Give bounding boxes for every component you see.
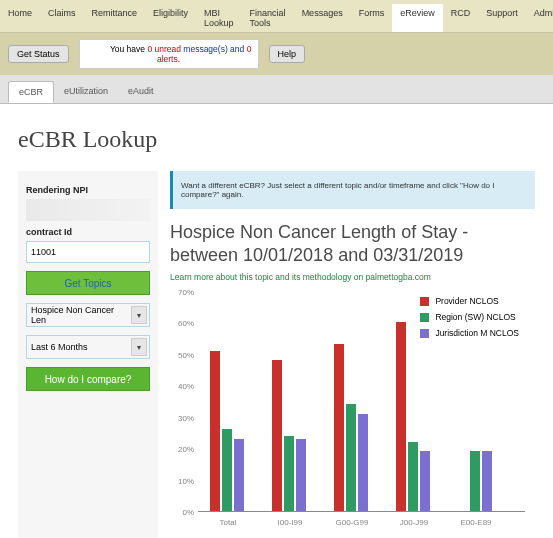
- contract-label: contract Id: [26, 227, 150, 237]
- x-tick: I00-I99: [278, 518, 303, 527]
- x-tick: E00-E89: [460, 518, 491, 527]
- topic-selected-label: Hospice Non Cancer Len: [31, 305, 131, 325]
- y-tick: 70%: [178, 288, 194, 297]
- chart-bar: [284, 436, 294, 511]
- chart-bar: [296, 439, 306, 511]
- subtab-ecbr[interactable]: eCBR: [8, 81, 54, 103]
- y-tick: 20%: [178, 445, 194, 454]
- y-tick: 0%: [182, 508, 194, 517]
- chart-bar: [408, 442, 418, 511]
- x-tick: J00-J99: [400, 518, 428, 527]
- chart-bar: [234, 439, 244, 511]
- chart-bar: [272, 360, 282, 511]
- tab-forms[interactable]: Forms: [351, 4, 393, 32]
- legend-swatch: [420, 297, 429, 306]
- tab-rcd[interactable]: RCD: [443, 4, 479, 32]
- page-title: eCBR Lookup: [18, 126, 535, 153]
- get-topics-button[interactable]: Get Topics: [26, 271, 150, 295]
- y-tick: 40%: [178, 382, 194, 391]
- chart-bar: [210, 351, 220, 511]
- chart-bar: [482, 451, 492, 511]
- y-tick: 60%: [178, 319, 194, 328]
- subtab-eaudit[interactable]: eAudit: [118, 81, 164, 103]
- legend-label: Jurisdiction M NCLOS: [435, 328, 519, 338]
- timeframe-select[interactable]: Last 6 Months ▾: [26, 335, 150, 359]
- get-status-button[interactable]: Get Status: [8, 45, 69, 63]
- chart-bar: [396, 322, 406, 511]
- topic-select[interactable]: Hospice Non Cancer Len ▾: [26, 303, 150, 327]
- y-tick: 10%: [178, 476, 194, 485]
- chart: 0%10%20%30%40%50%60%70% Provider NCLOSRe…: [170, 292, 535, 538]
- chevron-down-icon: ▾: [131, 306, 147, 324]
- tab-ereview[interactable]: eReview: [392, 4, 443, 32]
- chart-bar: [470, 451, 480, 511]
- legend-label: Region (SW) NCLOS: [435, 312, 515, 322]
- legend-label: Provider NCLOS: [435, 296, 498, 306]
- subtab-eutilization[interactable]: eUtilization: [54, 81, 118, 103]
- legend-item: Provider NCLOS: [420, 296, 519, 306]
- tab-admin[interactable]: Admin: [526, 4, 553, 32]
- y-tick: 50%: [178, 350, 194, 359]
- legend-item: Jurisdiction M NCLOS: [420, 328, 519, 338]
- tab-financial-tools[interactable]: Financial Tools: [242, 4, 294, 32]
- x-tick: Total: [220, 518, 237, 527]
- alerts-message: You have 0 unread message(s) and 0 alert…: [79, 39, 259, 69]
- tab-eligibility[interactable]: Eligibility: [145, 4, 196, 32]
- legend-swatch: [420, 329, 429, 338]
- tab-support[interactable]: Support: [478, 4, 526, 32]
- tab-home[interactable]: Home: [0, 4, 40, 32]
- npi-field[interactable]: [26, 199, 150, 221]
- x-tick: G00-G99: [336, 518, 369, 527]
- tab-messages[interactable]: Messages: [294, 4, 351, 32]
- timeframe-selected-label: Last 6 Months: [31, 342, 88, 352]
- tab-claims[interactable]: Claims: [40, 4, 84, 32]
- legend-item: Region (SW) NCLOS: [420, 312, 519, 322]
- chart-bar: [222, 429, 232, 511]
- tab-mbi-lookup[interactable]: MBI Lookup: [196, 4, 242, 32]
- chart-bar: [420, 451, 430, 511]
- tab-remittance[interactable]: Remittance: [84, 4, 146, 32]
- y-tick: 30%: [178, 413, 194, 422]
- info-banner: Want a different eCBR? Just select a dif…: [170, 171, 535, 209]
- legend-swatch: [420, 313, 429, 322]
- chart-bar: [346, 404, 356, 511]
- chart-bar: [334, 344, 344, 511]
- how-do-i-compare-button[interactable]: How do I compare?: [26, 367, 150, 391]
- chart-title: Hospice Non Cancer Length of Stay - betw…: [170, 221, 535, 266]
- chevron-down-icon: ▾: [131, 338, 147, 356]
- npi-label: Rendering NPI: [26, 185, 150, 195]
- help-button[interactable]: Help: [269, 45, 306, 63]
- chart-bar: [358, 414, 368, 511]
- learn-more-link[interactable]: Learn more about this topic and its meth…: [170, 272, 535, 282]
- contract-id-field[interactable]: [26, 241, 150, 263]
